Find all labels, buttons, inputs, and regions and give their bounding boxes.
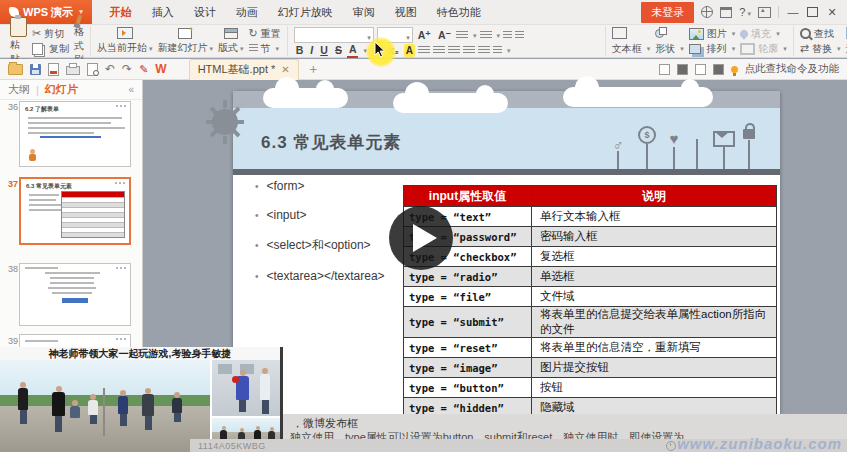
menu-tab-design[interactable]: 设计: [184, 0, 226, 24]
from-current-button[interactable]: 从当前开始▾: [97, 27, 153, 55]
section-button[interactable]: 节▾: [249, 42, 281, 55]
bold-button[interactable]: B: [294, 44, 306, 57]
table-row: type = “checkbox”复选框: [404, 247, 777, 267]
undo-icon[interactable]: ↶: [105, 63, 115, 75]
toolbar-mini-icon-4[interactable]: [713, 64, 724, 75]
print-preview-icon[interactable]: [87, 63, 98, 76]
slide-thumbnail-38[interactable]: [19, 263, 131, 326]
new-tab-button[interactable]: ＋: [307, 60, 320, 78]
menu-tab-slideshow[interactable]: 幻灯片放映: [268, 0, 343, 24]
print-icon[interactable]: [66, 66, 80, 75]
redo-icon[interactable]: ↷: [122, 63, 132, 75]
minimize-button[interactable]: —: [786, 6, 800, 18]
window-controls: 未登录 ?▾ — ✕: [641, 2, 847, 23]
textbox-icon-button[interactable]: [612, 27, 651, 39]
arrange-button[interactable]: 排列▾: [689, 42, 736, 55]
scissors-icon: ✂: [32, 27, 41, 40]
toolbar-mini-icon-1[interactable]: [659, 64, 670, 75]
italic-button[interactable]: I: [308, 44, 315, 57]
photo-main: [0, 360, 212, 452]
tab-slides[interactable]: 幻灯片: [45, 82, 78, 97]
menu-tab-special[interactable]: 特色功能: [427, 0, 491, 24]
reset-button[interactable]: ↻重置: [249, 27, 281, 40]
font-color-button[interactable]: A: [347, 43, 359, 58]
close-button[interactable]: ✕: [825, 6, 839, 19]
new-slide-button[interactable]: 新建幻灯片▾: [158, 28, 214, 55]
menu-tab-bar: 开始 插入 设计 动画 幻灯片放映 审阅 视图 特色功能: [100, 0, 491, 24]
replace-icon: ⇄: [800, 42, 809, 55]
menu-tab-insert[interactable]: 插入: [142, 0, 184, 24]
table-header: 说明: [532, 186, 777, 207]
video-play-button[interactable]: [389, 206, 453, 270]
history-icon[interactable]: [666, 441, 676, 451]
picture-button[interactable]: 图片▾: [689, 27, 736, 40]
megaphone-icon: [232, 376, 239, 383]
tab-outline[interactable]: 大纲: [8, 82, 30, 97]
fill-button[interactable]: 填充▾: [740, 27, 787, 40]
align-center-icon[interactable]: [433, 46, 445, 55]
table-header: input属性取值: [404, 186, 532, 207]
distribute-icon[interactable]: [478, 46, 490, 55]
lock-icon: [741, 123, 757, 169]
menu-tab-home[interactable]: 开始: [100, 0, 142, 24]
table-row: type = “text”单行文本输入框: [404, 207, 777, 227]
justify-icon[interactable]: [463, 46, 475, 55]
highlight-button[interactable]: A: [404, 44, 415, 57]
video-inset[interactable]: 神老师带领大家一起玩游戏,考验身手敏捷: [0, 347, 283, 452]
strikethrough-button[interactable]: S: [333, 44, 344, 57]
textbox-button[interactable]: 文本框▾: [612, 42, 651, 55]
indent-decrease-icon[interactable]: [503, 31, 512, 40]
globe-icon[interactable]: [701, 6, 713, 18]
export-pdf-icon[interactable]: [48, 63, 59, 76]
restore-button[interactable]: [807, 7, 818, 17]
cut-button[interactable]: ✂剪切: [32, 27, 69, 40]
underline-button[interactable]: U: [318, 44, 330, 57]
numbered-list-icon[interactable]: [480, 31, 492, 40]
toolbar-mini-icon-2[interactable]: [677, 64, 688, 75]
table-row: type = “reset”将表单里的信息清空，重新填写: [404, 338, 777, 358]
command-search-hint[interactable]: 点此查找命令及功能: [745, 62, 840, 76]
find-button[interactable]: 查找: [800, 27, 841, 40]
login-button[interactable]: 未登录: [641, 2, 694, 23]
grow-font-button[interactable]: A⁺: [416, 29, 433, 42]
table-row: type = “password”密码输入框: [404, 227, 777, 247]
toolbar-mini-icon-3[interactable]: [695, 64, 706, 75]
input-attribute-table: input属性取值说明 type = “text”单行文本输入框 type = …: [403, 185, 777, 418]
line-spacing-icon[interactable]: [493, 46, 502, 55]
align-right-icon[interactable]: [448, 46, 460, 55]
indent-increase-icon[interactable]: [515, 31, 524, 40]
document-tab-bar: ↶ ↷ ✎ W HTML基础.ppt * ✕ ＋ 点此查找命令及功能: [0, 59, 847, 80]
close-tab-icon[interactable]: ✕: [281, 64, 289, 75]
thumb-decor: [116, 338, 126, 340]
table-row: type = “image”图片提交按钮: [404, 358, 777, 378]
menu-tab-view[interactable]: 视图: [385, 0, 427, 24]
open-folder-icon[interactable]: [8, 64, 23, 75]
align-left-icon[interactable]: [418, 46, 430, 55]
replace-button[interactable]: ⇄替换▾: [800, 42, 841, 55]
collapse-panel-icon[interactable]: «: [128, 84, 134, 95]
copy-button[interactable]: 复制: [32, 42, 69, 55]
pen-icon[interactable]: ✎: [139, 63, 148, 76]
font-family-select[interactable]: ▾: [294, 27, 374, 43]
shapes-icon: [655, 27, 667, 37]
menu-tab-animation[interactable]: 动画: [226, 0, 268, 24]
video-code: 1114A05KWBG: [198, 441, 266, 451]
shape-sample-button[interactable]: [655, 27, 684, 37]
collapse-ribbon-icon[interactable]: [758, 7, 771, 18]
layout-button[interactable]: 版式▾: [218, 28, 244, 55]
slide-37[interactable]: 6.3 常见表单元素 ♂ $: [233, 91, 780, 414]
outline-button[interactable]: 轮廓▾: [740, 42, 787, 55]
slide-thumbnail-37-selected[interactable]: 6.3 常见表单元素: [19, 177, 131, 245]
slide-number: 36: [4, 102, 18, 112]
menu-tab-review[interactable]: 审阅: [343, 0, 385, 24]
vip-icon[interactable]: [720, 7, 732, 18]
document-tab[interactable]: HTML基础.ppt * ✕: [189, 59, 299, 80]
bullet-list-icon[interactable]: [456, 31, 468, 40]
slide-thumbnail-36[interactable]: 6.2 了解表单: [19, 101, 131, 167]
shrink-font-button[interactable]: A⁻: [436, 29, 453, 42]
help-icon[interactable]: ?▾: [739, 6, 751, 18]
thumb-button: [62, 298, 88, 303]
save-icon[interactable]: [30, 64, 41, 75]
shapes-button[interactable]: 形状▾: [655, 42, 684, 55]
lightbulb-icon: [731, 66, 738, 73]
